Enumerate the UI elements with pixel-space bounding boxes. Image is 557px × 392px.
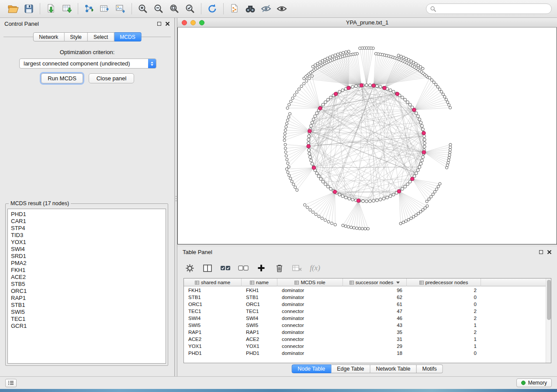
network-canvas[interactable] xyxy=(177,28,557,244)
dropdown-stepper-icon xyxy=(148,59,156,68)
float-table-panel-icon[interactable] xyxy=(539,250,543,254)
mcds-result-item[interactable]: STB1 xyxy=(11,302,166,309)
select-all-icon[interactable] xyxy=(220,263,231,273)
table-row[interactable]: RAP1 RAP1 dominator 35 2 xyxy=(184,329,546,336)
zoom-out-icon[interactable] xyxy=(151,2,166,15)
control-panel-tab[interactable]: Select xyxy=(88,32,114,41)
refresh-icon[interactable] xyxy=(204,2,220,15)
table-row[interactable]: SWI5 SWI5 connector 43 1 xyxy=(184,322,546,329)
network-window-title: YPA_prune.txt_1 xyxy=(346,19,388,26)
control-panel-title: Control Panel xyxy=(4,21,39,27)
toolbar-separator xyxy=(201,3,201,14)
deselect-all-icon[interactable] xyxy=(238,263,249,273)
float-panel-icon[interactable] xyxy=(157,22,161,26)
column-type-icon xyxy=(195,281,199,285)
toolbar-separator xyxy=(40,3,40,14)
table-panel-tab[interactable]: Motifs xyxy=(416,364,443,373)
criterion-dropdown[interactable]: largest connected component (undirected) xyxy=(19,58,156,69)
show-panels-menu-button[interactable] xyxy=(5,379,17,387)
export-image-icon[interactable] xyxy=(113,2,128,15)
table-row[interactable]: STB1 STB1 dominator 62 0 xyxy=(184,294,546,301)
table-row[interactable]: ORC1 ORC1 dominator 61 0 xyxy=(184,301,546,308)
export-network-icon[interactable] xyxy=(81,2,97,15)
mcds-result-item[interactable]: PMA2 xyxy=(11,260,166,267)
control-panel-tab[interactable]: Style xyxy=(64,32,88,41)
mcds-result-item[interactable]: SRD1 xyxy=(11,253,166,260)
import-network-file-icon[interactable] xyxy=(43,2,59,15)
application-window: Control Panel NetworkStyleSelectMCDS Opt… xyxy=(0,0,557,389)
export-table-icon[interactable] xyxy=(97,2,113,15)
mcds-result-item[interactable]: ORC1 xyxy=(11,288,166,295)
delete-table-icon-disabled xyxy=(292,263,302,273)
close-window-icon[interactable] xyxy=(182,20,187,25)
mcds-result-item[interactable]: GCR1 xyxy=(11,323,166,330)
table-header-columns: shared name name MCDS role xyxy=(184,279,481,286)
column-type-icon xyxy=(419,281,424,285)
table-panel-tab[interactable]: Network Table xyxy=(370,364,417,373)
column-header[interactable]: successor nodes xyxy=(343,279,407,286)
minimize-window-icon[interactable] xyxy=(190,20,196,25)
mcds-result-item[interactable]: SWI4 xyxy=(11,246,166,253)
search-input[interactable] xyxy=(439,6,547,12)
column-header[interactable]: name xyxy=(242,279,277,286)
column-header[interactable]: shared name xyxy=(184,279,242,286)
mcds-result-item[interactable]: PHD1 xyxy=(11,211,166,218)
scrollbar-thumb[interactable] xyxy=(547,280,551,320)
sort-chevron-icon[interactable] xyxy=(396,282,400,284)
memory-button[interactable]: Memory xyxy=(516,378,552,387)
control-panel-tab[interactable]: Network xyxy=(33,32,64,41)
close-panel-button[interactable]: Close panel xyxy=(89,73,134,83)
table-panel-tab[interactable]: Node Table xyxy=(291,364,331,373)
mcds-result-item[interactable]: TEC1 xyxy=(11,316,166,323)
table-row[interactable]: TEC1 TEC1 connector 47 2 xyxy=(184,308,546,315)
table-row[interactable]: FKH1 FKH1 dominator 96 2 xyxy=(184,287,546,294)
mcds-result-item[interactable]: RAP1 xyxy=(11,295,166,302)
mcds-result-item[interactable]: YOX1 xyxy=(11,239,166,246)
table-panel-tab[interactable]: Edge Table xyxy=(331,364,370,373)
mcds-result-item[interactable]: STP4 xyxy=(11,225,166,232)
toolbar-separator xyxy=(223,3,224,14)
control-panel-tabs: NetworkStyleSelectMCDS xyxy=(33,32,141,41)
close-table-panel-icon[interactable] xyxy=(547,250,552,254)
control-panel-tab[interactable]: MCDS xyxy=(114,32,141,41)
mcds-result-item[interactable]: TID3 xyxy=(11,232,166,239)
main-toolbar xyxy=(0,0,557,18)
run-mcds-button[interactable]: Run MCDS xyxy=(41,73,83,83)
mcds-result-item[interactable]: CAR1 xyxy=(11,218,166,225)
mcds-result-item[interactable]: STB5 xyxy=(11,281,166,288)
column-header[interactable]: predecessor nodes xyxy=(407,279,481,286)
table-settings-gear-icon[interactable] xyxy=(184,263,195,273)
zoom-in-icon[interactable] xyxy=(135,2,151,15)
zoom-selected-icon[interactable] xyxy=(182,2,198,15)
optimization-criterion-label: Optimization criterion: xyxy=(0,49,174,55)
column-header[interactable]: MCDS role xyxy=(277,279,343,286)
style-eye-slash-icon[interactable] xyxy=(258,2,274,15)
clone-network-icon[interactable] xyxy=(227,2,242,15)
add-column-plus-icon[interactable] xyxy=(256,263,266,273)
show-columns-icon[interactable] xyxy=(202,263,213,273)
mcds-result-list[interactable]: PHD1CAR1STP4TID3YOX1SWI4SRD1PMA2FKH1ACE2… xyxy=(7,209,166,364)
table-row[interactable]: SWI4 SWI4 dominator 46 2 xyxy=(184,315,546,322)
table-row[interactable]: PHD1 PHD1 dominator 18 0 xyxy=(184,350,546,357)
open-file-icon[interactable] xyxy=(5,2,21,15)
network-window-titlebar[interactable]: YPA_prune.txt_1 xyxy=(177,18,557,28)
mcds-result-group: MCDS result (17 nodes) PHD1CAR1STP4TID3Y… xyxy=(5,203,168,366)
criterion-selected-value: largest connected component (undirected) xyxy=(24,60,130,67)
find-binoculars-icon[interactable] xyxy=(242,2,258,15)
memory-label: Memory xyxy=(528,380,547,386)
close-panel-icon[interactable] xyxy=(165,21,170,26)
table-row[interactable]: YOX1 YOX1 connector 29 1 xyxy=(184,343,546,350)
table-scrollbar[interactable] xyxy=(546,279,551,363)
network-graph[interactable] xyxy=(178,28,557,244)
import-table-file-icon[interactable] xyxy=(59,2,75,15)
table-row[interactable]: ACE2 ACE2 connector 31 1 xyxy=(184,336,546,343)
maximize-window-icon[interactable] xyxy=(199,20,204,25)
delete-column-trash-icon[interactable] xyxy=(274,263,284,273)
mcds-result-item[interactable]: SWI5 xyxy=(11,309,166,316)
zoom-fit-icon[interactable] xyxy=(166,2,182,15)
mcds-result-item[interactable]: ACE2 xyxy=(11,274,166,281)
show-graphics-eye-icon[interactable] xyxy=(274,2,290,15)
mcds-result-item[interactable]: FKH1 xyxy=(11,267,166,274)
save-icon[interactable] xyxy=(21,2,37,15)
column-type-icon xyxy=(349,281,354,285)
